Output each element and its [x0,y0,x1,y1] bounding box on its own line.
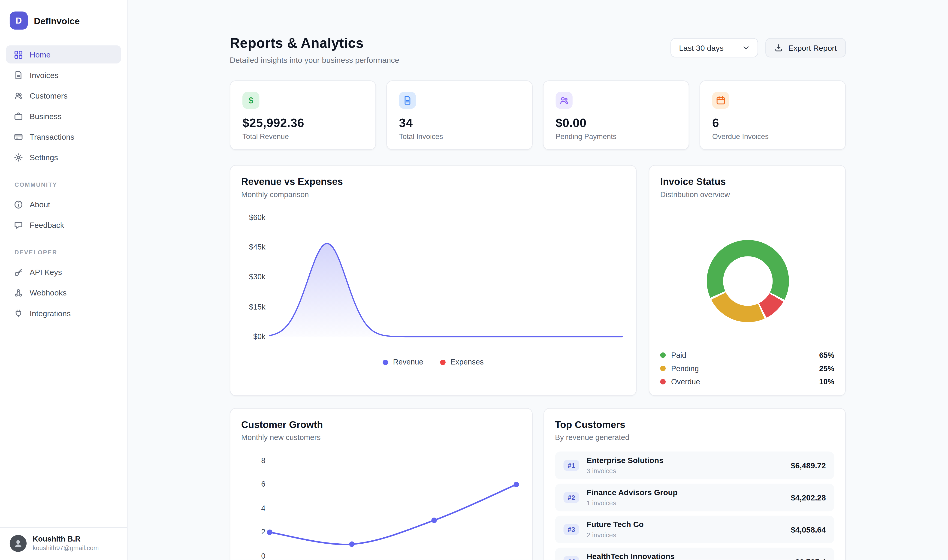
chart-title: Invoice Status [660,177,834,188]
revenue-vs-expenses-card: Revenue vs Expenses Monthly comparison $… [230,165,637,396]
document-icon [399,92,416,109]
customer-amount: $3,785.4 [795,557,826,560]
legend-pct: 10% [819,377,834,386]
date-range-value: Last 30 days [679,43,723,52]
stat-label: Total Revenue [242,132,363,141]
stat-card-overdue-invoices: 6 Overdue Invoices [700,80,846,150]
legend-label: Paid [671,351,686,359]
sidebar-nav: Home Invoices Customers Business Transac… [0,45,127,166]
legend-pending: Pending 25% [660,364,834,373]
stat-card-total-revenue: $ $25,992.36 Total Revenue [230,80,376,150]
definvoice-dashboard: D DefInvoice Home Invoices Customers Bus… [0,0,948,560]
invoice-status-card: Invoice Status Distribution overview Pai… [649,165,846,396]
sidebar-item-settings[interactable]: Settings [6,148,121,166]
sidebar-item-about[interactable]: About [6,195,121,214]
sidebar-item-feedback[interactable]: Feedback [6,216,121,234]
legend-expenses: Expenses [440,358,484,366]
sidebar-item-label: Customers [29,91,68,100]
donut-hole [723,256,773,306]
stat-label: Overdue Invoices [712,132,833,141]
chevron-down-icon [742,44,750,52]
transactions-icon [14,132,23,141]
invoice-icon [14,71,23,79]
community-section-title: COMMUNITY [15,182,112,188]
customer-invoices: 1 invoices [587,499,678,507]
stat-card-pending-payments: $0.00 Pending Payments [543,80,689,150]
person-icon [13,538,23,549]
customer-amount: $4,058.64 [791,525,826,534]
customer-invoices: 2 invoices [587,531,644,539]
page-header: Reports & Analytics Detailed insights in… [230,35,846,65]
customer-invoices: 3 invoices [587,467,663,475]
user-profile[interactable]: Koushith B.R koushith97@gmail.com [0,527,127,560]
sidebar-item-label: Feedback [29,220,64,229]
sidebar-item-business[interactable]: Business [6,107,121,125]
calendar-icon [712,92,729,109]
export-report-label: Export Report [788,43,837,52]
chat-bubble-icon [14,220,23,229]
main-area: Reports & Analytics Detailed insights in… [128,0,948,560]
gear-icon [14,152,23,162]
developer-section-title: DEVELOPER [15,249,112,256]
legend-overdue: Overdue 10% [660,377,834,386]
sidebar-item-api-keys[interactable]: API Keys [6,263,121,281]
page-subtitle: Detailed insights into your business per… [230,55,399,65]
app-logo: D [10,12,28,30]
sidebar-item-customers[interactable]: Customers [6,86,121,105]
sidebar-item-invoices[interactable]: Invoices [6,66,121,84]
top-customers-list: #1 Enterprise Solutions 3 invoices $6,48… [544,451,845,560]
users-icon [556,92,572,109]
grid-icon [14,50,23,59]
customers-icon [14,91,23,100]
stats-row: $ $25,992.36 Total Revenue 34 Total Invo… [230,80,846,150]
user-email: koushith97@gmail.com [32,544,98,552]
stat-value: 6 [712,116,833,130]
plug-icon [14,309,23,318]
download-icon [774,44,783,52]
invoice-status-donut [707,240,789,322]
legend-pct: 65% [819,351,834,359]
customer-growth-chart [231,409,533,560]
status-legend: Paid 65% Pending 25% Overdue 10% [660,351,834,391]
dollar-icon: $ [242,92,259,109]
stat-value: $25,992.36 [242,116,363,130]
sidebar-item-label: Settings [29,152,58,162]
briefcase-icon [14,111,23,120]
rank-badge: #4 [563,556,580,560]
rank-badge: #2 [563,492,580,503]
sidebar-item-webhooks[interactable]: Webhooks [6,283,121,302]
sidebar-item-transactions[interactable]: Transactions [6,128,121,146]
sidebar-item-label: Home [29,50,51,59]
paid-dot [660,352,666,358]
card-title: Top Customers [555,419,834,430]
stat-card-total-invoices: 34 Total Invoices [386,80,532,150]
info-icon [14,200,23,209]
sidebar-item-integrations[interactable]: Integrations [6,304,121,322]
avatar [10,535,26,552]
export-report-button[interactable]: Export Report [765,38,846,57]
brand[interactable]: D DefInvoice [0,0,127,29]
card-subtitle: By revenue generated [555,434,834,442]
customer-growth-card: Customer Growth Monthly new customers 8 … [230,408,532,560]
pending-dot [660,366,666,371]
overdue-dot [660,379,666,385]
sidebar-item-label: Business [29,111,62,120]
app-name: DefInvoice [34,15,80,26]
customer-name: Enterprise Solutions [587,456,663,465]
legend-label: Pending [671,364,699,373]
top-customers-card: Top Customers By revenue generated #1 En… [543,408,846,560]
key-icon [14,268,23,277]
legend-paid: Paid 65% [660,351,834,360]
legend-label: Revenue [393,358,423,366]
page-title: Reports & Analytics [230,35,399,51]
top-customer-row: #3 Future Tech Co 2 invoices $4,058.64 [555,516,834,543]
stat-label: Total Invoices [399,132,520,141]
customer-name: Finance Advisors Group [587,488,678,497]
revenue-dot [383,359,388,365]
sidebar-item-home[interactable]: Home [6,45,121,63]
date-range-select[interactable]: Last 30 days [671,38,758,57]
sidebar-item-label: API Keys [29,268,62,277]
sidebar-item-label: Transactions [29,132,74,141]
customer-name: Future Tech Co [587,520,644,529]
customer-name: HealthTech Innovations [587,552,675,560]
